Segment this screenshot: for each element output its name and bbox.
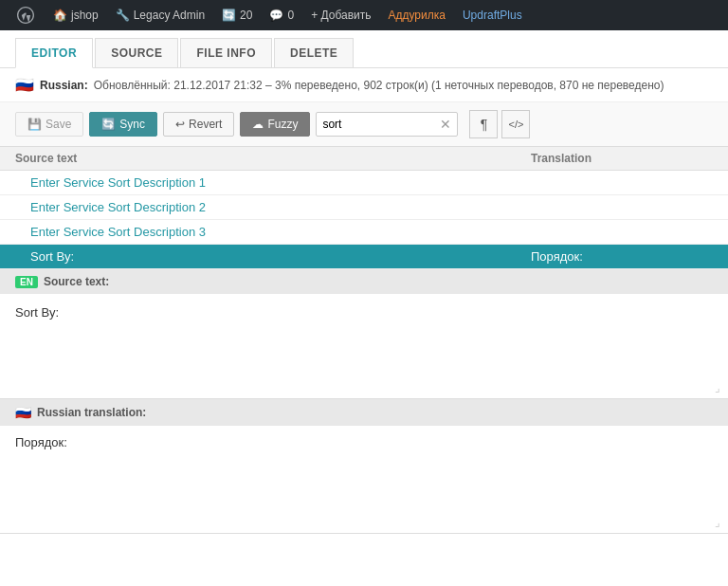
source-panel: EN Source text: Sort By: ⌟ (0, 269, 728, 399)
source-resize-handle[interactable]: ⌟ (715, 381, 720, 394)
table-header: Source text Translation (0, 147, 728, 171)
save-button[interactable]: 💾 Save (15, 112, 83, 137)
table-row[interactable]: Enter Service Sort Description 2 (0, 195, 728, 220)
sync-icon: 🔄 (101, 118, 116, 131)
tabs-bar: EDITOR SOURCE FILE INFO DELETE (0, 30, 728, 68)
source-link-2[interactable]: Enter Service Sort Description 2 (30, 200, 206, 214)
source-panel-body: Sort By: ⌟ (0, 294, 728, 398)
tab-editor[interactable]: EDITOR (15, 38, 93, 68)
revert-button[interactable]: ↩ Revert (163, 112, 234, 137)
wp-logo[interactable] (8, 0, 44, 30)
table-row-selected[interactable]: Sort By: Порядок: (0, 245, 728, 269)
translation-panel: 🇷🇺 Russian translation: Порядок: ⌟ (0, 399, 728, 534)
save-icon: 💾 (27, 118, 42, 131)
admin-bar-site[interactable]: 🏠 jshop (46, 0, 106, 30)
translation-panel-label: Russian translation: (37, 406, 146, 419)
status-detail: Обновлённый: 21.12.2017 21:32 – 3% перев… (94, 79, 664, 92)
fuzzy-icon: ☁ (252, 118, 264, 131)
toolbar: 💾 Save 🔄 Sync ↩ Revert ☁ Fuzzy ✕ ¶ </> (0, 102, 728, 147)
revert-icon: ↩ (175, 118, 185, 131)
tab-delete[interactable]: DELETE (274, 38, 354, 67)
translation-panel-header: 🇷🇺 Russian translation: (0, 399, 728, 426)
translation-textarea[interactable]: Порядок: (15, 435, 713, 521)
search-input[interactable] (322, 118, 436, 131)
sync-button[interactable]: 🔄 Sync (89, 112, 157, 137)
search-wrap: ✕ (316, 112, 458, 137)
table-row[interactable]: Enter Service Sort Description 1 (0, 171, 728, 195)
source-link-4[interactable]: Sort By: (30, 249, 74, 264)
translation-resize-handle[interactable]: ⌟ (715, 516, 720, 529)
row-translation-4: Порядок: (523, 249, 713, 264)
admin-bar-add[interactable]: + Добавить (303, 0, 378, 30)
editor-panels: EN Source text: Sort By: ⌟ 🇷🇺 Russian tr… (0, 269, 728, 534)
toolbar-right: ¶ </> (469, 110, 530, 138)
admin-bar: 🏠 jshop 🔧 Legacy Admin 🔄 20 💬 0 + Добави… (0, 0, 728, 30)
translation-panel-body: Порядок: ⌟ (0, 426, 728, 533)
code-button[interactable]: </> (501, 110, 530, 138)
row-source-1: Enter Service Sort Description 1 (30, 175, 523, 190)
source-panel-header: EN Source text: (0, 269, 728, 294)
row-source-3: Enter Service Sort Description 3 (30, 225, 523, 239)
clear-search-icon[interactable]: ✕ (440, 117, 451, 132)
row-source-4: Sort By: (30, 249, 523, 264)
source-text: Sort By: (15, 303, 713, 321)
translation-column-header: Translation (523, 152, 713, 165)
ru-flag-icon: 🇷🇺 (15, 405, 31, 420)
main-content: EDITOR SOURCE FILE INFO DELETE 🇷🇺 Russia… (0, 30, 728, 586)
source-link-3[interactable]: Enter Service Sort Description 3 (30, 225, 206, 239)
pilcrow-icon: ¶ (481, 117, 488, 132)
fuzzy-button[interactable]: ☁ Fuzzy (240, 112, 310, 137)
table-row[interactable]: Enter Service Sort Description 3 (0, 220, 728, 245)
code-icon: </> (508, 119, 523, 130)
en-badge: EN (15, 276, 38, 288)
russian-flag: 🇷🇺 (15, 76, 34, 94)
admin-bar-updates[interactable]: 🔄 20 (214, 0, 260, 30)
admin-bar-updraft[interactable]: UpdraftPlus (455, 0, 530, 30)
admin-bar-comments[interactable]: 💬 0 (262, 0, 301, 30)
translation-table: Enter Service Sort Description 1 Enter S… (0, 171, 728, 269)
admin-bar-addurka[interactable]: Аддурилка (381, 0, 453, 30)
source-link-1[interactable]: Enter Service Sort Description 1 (30, 175, 206, 190)
tab-fileinfo[interactable]: FILE INFO (180, 38, 272, 67)
admin-bar-legacy[interactable]: 🔧 Legacy Admin (108, 0, 212, 30)
source-column-header: Source text (15, 152, 523, 165)
tab-source[interactable]: SOURCE (95, 38, 178, 67)
row-source-2: Enter Service Sort Description 2 (30, 200, 523, 214)
lang-name: Russian: (40, 79, 88, 92)
pilcrow-button[interactable]: ¶ (469, 110, 498, 138)
status-bar: 🇷🇺 Russian: Обновлённый: 21.12.2017 21:3… (0, 68, 728, 102)
source-panel-label: Source text: (44, 275, 109, 288)
